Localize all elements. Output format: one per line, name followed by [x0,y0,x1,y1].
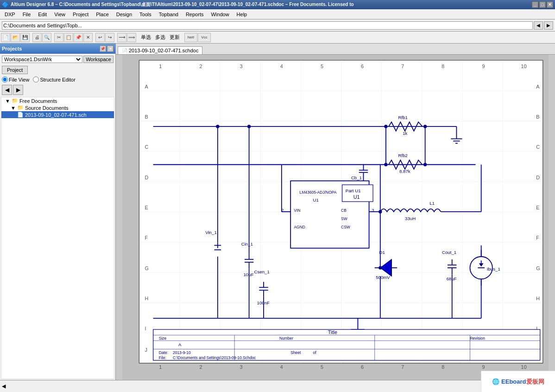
project-button[interactable]: Project [2,66,28,74]
zoom-button[interactable]: 🔍 [42,33,51,42]
svg-text:2: 2 [199,364,202,370]
svg-text:VIN: VIN [294,208,300,213]
copy-button[interactable]: 📋 [64,33,73,42]
svg-text:33uH: 33uH [405,216,416,221]
view-toggle: File View Structure Editor [0,75,115,84]
svg-text:8.87k: 8.87k [399,169,410,174]
eeboardlogo-text: 🌐 EEboard爱板网 [492,378,544,386]
svg-text:10uF: 10uF [244,272,254,277]
cut-button[interactable]: ✂ [54,33,63,42]
nav-prev-button[interactable]: ◀ [2,85,12,95]
panel-pin-button[interactable]: 📌 [100,45,106,52]
close-button[interactable]: ✕ [547,1,553,8]
file-view-radio[interactable]: File View [2,76,29,82]
menu-item-file[interactable]: File [19,11,35,18]
nav-next-button[interactable]: ▶ [13,85,23,95]
select-single-label[interactable]: 单选 [139,34,153,41]
svg-text:Rfb1: Rfb1 [398,115,408,120]
svg-point-128 [378,266,382,269]
menu-item-reports[interactable]: Reports [182,11,208,18]
address-bar: ◀ ▶ [0,19,555,32]
title-text: Altium Designer 6.8 – C:\Documents and S… [11,1,532,8]
title-controls: _ □ ✕ [532,1,553,8]
tree-schematic-file[interactable]: 📄 2013-09-10_02-07-471.sch [1,111,114,118]
svg-text:A: A [145,84,148,89]
menu-item-topband[interactable]: Topband [155,11,182,18]
menu-item-tools[interactable]: Tools [136,11,155,18]
toolbar: 📄 📂 💾 🖨 🔍 ✂ 📋 📌 ✕ ↩ ↪ ⟶ ⟹ 单选 多选 更新 Net! … [0,32,555,44]
forward-button[interactable]: ▶ [544,21,553,30]
svg-text:D: D [536,175,540,180]
svg-text:B: B [145,114,148,120]
svg-text:5: 5 [321,364,323,370]
svg-text:10: 10 [521,364,527,370]
select-multi-label[interactable]: 多选 [153,34,167,41]
svg-text:Ibus_1: Ibus_1 [487,266,500,272]
vcc-button[interactable]: Vcc [198,33,211,42]
menu-item-view[interactable]: View [50,11,69,18]
redo-button[interactable]: ↪ [105,33,114,42]
collapse-icon: ▼ [5,98,10,104]
menu-item-dxp[interactable]: DXP [1,11,19,18]
svg-text:A: A [536,84,540,89]
svg-text:500mV: 500mV [376,275,390,280]
schematic-tab[interactable]: 📄 2013-09-10_02-07-471.schdoc [118,46,202,54]
svg-text:3: 3 [240,63,243,69]
collapse-icon-2: ▼ [11,105,16,111]
bus-button[interactable]: ⟹ [127,33,136,42]
svg-text:of: of [313,350,317,355]
paste-button[interactable]: 📌 [74,33,83,42]
svg-text:H: H [145,296,148,301]
svg-text:3: 3 [240,364,243,370]
svg-text:5: 5 [321,63,323,69]
title-bar: 🔷 Altium Designer 6.8 – C:\Documents and… [0,0,555,9]
svg-text:2: 2 [199,63,202,69]
svg-text:10: 10 [521,63,527,69]
menu-item-help[interactable]: Help [233,11,251,18]
menu-item-project[interactable]: Project [69,11,92,18]
wire-button[interactable]: ⟶ [117,33,126,42]
menu-item-edit[interactable]: Edit [34,11,50,18]
svg-text:Rfb2: Rfb2 [398,153,408,158]
new-button[interactable]: 📄 [1,33,10,42]
schematic-canvas[interactable]: 1 2 3 4 5 6 7 8 9 10 A B C D E F G H I [116,55,555,380]
file-tree: ▼ 📁 Free Documents ▼ 📁 Source Documents … [1,97,114,379]
workspace-select[interactable]: Workspace1.DsnWrk [2,56,82,63]
svg-text:A: A [178,342,182,347]
schematic-svg: 1 2 3 4 5 6 7 8 9 10 A B C D E F G H I [116,55,555,380]
menu-item-design[interactable]: Design [113,11,136,18]
svg-text:Date:: Date: [159,350,168,355]
svg-text:E: E [536,205,539,210]
svg-text:Size: Size [159,336,167,341]
net-button[interactable]: Net! [184,33,197,42]
svg-text:LM43605-ADJ/NOPA: LM43605-ADJ/NOPA [300,190,337,195]
tree-root[interactable]: ▼ 📁 Free Documents [1,97,114,104]
svg-text:8: 8 [441,63,444,69]
panel-close-button[interactable]: ✕ [107,45,114,52]
undo-button[interactable]: ↩ [95,33,105,42]
svg-text:9: 9 [482,63,485,69]
update-label[interactable]: 更新 [168,34,182,41]
back-button[interactable]: ◀ [534,21,543,30]
svg-text:J: J [145,347,147,353]
structure-editor-radio[interactable]: Structure Editor [33,76,75,82]
svg-text:I: I [145,326,146,331]
menu-item-place[interactable]: Place [92,11,113,18]
print-button[interactable]: 🖨 [32,33,42,42]
schematic-file-label: 2013-09-10_02-07-471.sch [25,112,87,118]
tree-source-docs[interactable]: ▼ 📁 Source Documents [1,104,114,111]
svg-text:1: 1 [159,364,162,370]
svg-text:B: B [536,114,539,120]
maximize-button[interactable]: □ [539,1,546,8]
delete-button[interactable]: ✕ [83,33,93,42]
workspace-button[interactable]: Workspace [83,56,114,63]
address-input[interactable] [2,21,533,30]
open-button[interactable]: 📂 [11,33,20,42]
menu-item-window[interactable]: Window [207,11,233,18]
svg-text:6: 6 [361,364,364,370]
svg-text:Title: Title [328,329,337,335]
save-button[interactable]: 💾 [20,33,30,42]
svg-text:G: G [536,266,540,271]
scroll-left-arrow[interactable]: ◀ [2,383,6,389]
minimize-button[interactable]: _ [532,1,538,8]
